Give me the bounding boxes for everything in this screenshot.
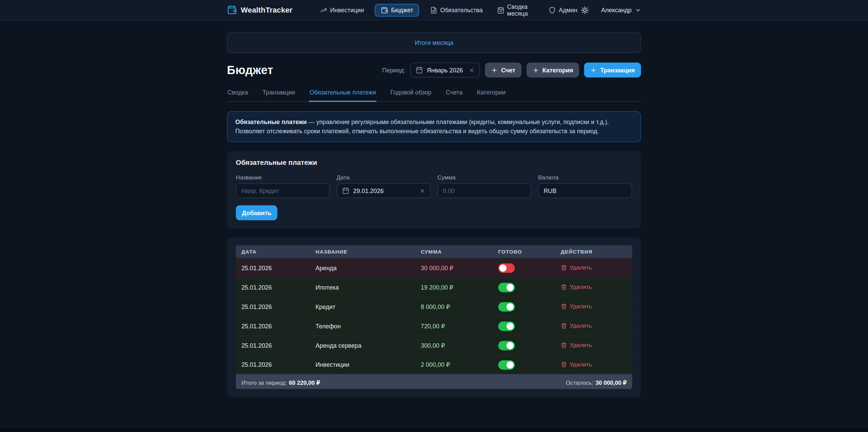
delete-button[interactable]: Удалить — [561, 264, 592, 271]
calendar-check-icon — [497, 6, 504, 14]
payment-date: 25.01.2026 — [236, 284, 310, 291]
nav-item-obligations[interactable]: Обязательства — [427, 4, 486, 16]
delete-button[interactable]: Удалить — [561, 283, 592, 290]
table-row: 25.01.2026 Аренда 30 000,00 ₽ Удалить — [236, 258, 632, 277]
done-toggle[interactable] — [498, 341, 515, 350]
bottom-band — [0, 428, 868, 432]
trash-icon — [561, 264, 567, 271]
tab-accounts[interactable]: Счета — [445, 89, 463, 101]
date-input[interactable]: 29.01.2026 — [337, 183, 431, 198]
period-picker[interactable]: Январь 2026 — [410, 63, 480, 77]
nav-item-admin[interactable]: Админ — [545, 4, 580, 16]
wallet-logo-icon — [227, 5, 237, 15]
date-value: 29.01.2026 — [353, 187, 416, 194]
info-box-title: Обязательные платежи — [235, 118, 307, 125]
delete-label: Удалить — [569, 283, 592, 290]
amount-field-group: Сумма — [437, 174, 531, 198]
chevron-down-icon — [635, 7, 641, 13]
period-label: Период: — [382, 67, 405, 73]
nav-item-label: Админ — [559, 7, 578, 14]
currency-field-label: Валюта — [538, 174, 632, 180]
delete-label: Удалить — [569, 264, 592, 271]
page-title: Бюджет — [227, 63, 273, 76]
name-field-group: Название — [236, 174, 330, 198]
theme-toggle-button[interactable] — [581, 6, 589, 14]
add-account-button[interactable]: Счет — [485, 63, 522, 77]
add-category-button[interactable]: Категория — [526, 63, 579, 77]
month-summary-toggle[interactable]: Итоги месяца — [227, 32, 641, 53]
delete-button[interactable]: Удалить — [561, 322, 592, 329]
tabs: Сводка Транзакции Обязательные платежи Г… — [227, 89, 641, 102]
payment-amount: 300,00 ₽ — [415, 342, 493, 349]
delete-label: Удалить — [569, 322, 592, 329]
delete-button[interactable]: Удалить — [561, 342, 592, 348]
user-name: Александр — [601, 7, 632, 14]
add-payment-button[interactable]: Добавить — [236, 205, 278, 220]
table-row: 25.01.2026 Аренда сервера 300,00 ₽ Удали… — [236, 335, 632, 355]
payments-table-card: ДАТА НАЗВАНИЕ СУММА ГОТОВО ДЕЙСТВИЯ 25.0… — [227, 238, 641, 398]
amount-input[interactable] — [437, 183, 531, 198]
payment-amount: 720,00 ₽ — [415, 323, 493, 330]
delete-label: Удалить — [569, 342, 592, 348]
done-toggle[interactable] — [498, 282, 515, 292]
delete-label: Удалить — [569, 303, 592, 310]
form-grid: Название Дата 29.01.2026 — [236, 174, 632, 198]
user-menu[interactable]: Александр — [601, 7, 641, 14]
nav-item-month-summary[interactable]: Сводка месяца — [494, 1, 538, 19]
page-header: Бюджет Период: Январь 2026 Счет — [227, 63, 641, 77]
delete-button[interactable]: Удалить — [561, 361, 592, 368]
column-header-name: НАЗВАНИЕ — [310, 248, 415, 255]
done-toggle[interactable] — [498, 302, 515, 311]
navbar: WealthTracker Инвестиции Бюджет — [0, 0, 868, 20]
payment-date: 25.01.2026 — [236, 264, 310, 271]
payment-date: 25.01.2026 — [236, 342, 310, 349]
table-footer: Итого за период:60 220,00 ₽ Осталось:30 … — [236, 374, 632, 389]
brand[interactable]: WealthTracker — [227, 5, 293, 15]
calendar-icon — [342, 187, 349, 194]
nav-item-investments[interactable]: Инвестиции — [317, 4, 367, 16]
period-value: Январь 2026 — [427, 67, 463, 73]
date-field-label: Дата — [337, 174, 431, 180]
payment-name: Аренда сервера — [310, 342, 415, 349]
payment-amount: 19 200,00 ₽ — [415, 284, 493, 291]
trash-icon — [561, 284, 567, 290]
add-account-label: Счет — [501, 67, 515, 73]
add-transaction-label: Транзакция — [600, 67, 635, 73]
tab-yearly-overview[interactable]: Годовой обзор — [390, 89, 432, 101]
amount-field-label: Сумма — [437, 174, 531, 180]
payment-date: 25.01.2026 — [236, 323, 310, 329]
currency-input[interactable] — [538, 183, 632, 198]
sun-icon — [581, 6, 589, 14]
trash-icon — [561, 342, 567, 348]
done-toggle[interactable] — [498, 360, 515, 369]
app: WealthTracker Инвестиции Бюджет — [0, 0, 868, 432]
done-toggle[interactable] — [498, 263, 515, 273]
trash-icon — [561, 303, 567, 309]
tab-categories[interactable]: Категории — [476, 89, 506, 101]
clear-period-icon[interactable] — [469, 67, 474, 73]
payment-name: Ипотека — [310, 284, 415, 291]
main-content: Итоги месяца Бюджет Период: Январь 2026 — [227, 32, 641, 397]
wallet-icon — [381, 6, 388, 14]
delete-label: Удалить — [569, 361, 592, 368]
nav-item-budget[interactable]: Бюджет — [375, 4, 419, 16]
table-header-row: ДАТА НАЗВАНИЕ СУММА ГОТОВО ДЕЙСТВИЯ — [236, 245, 632, 258]
tab-mandatory-payments[interactable]: Обязательные платежи — [309, 89, 377, 101]
column-header-actions: ДЕЙСТВИЯ — [555, 248, 632, 255]
form-title: Обязательные платежи — [236, 159, 632, 167]
name-input[interactable] — [236, 183, 330, 198]
tab-summary[interactable]: Сводка — [227, 89, 249, 101]
period-total-value: 60 220,00 ₽ — [289, 379, 320, 386]
table-row: 25.01.2026 Кредит 8 000,00 ₽ Удалить — [236, 297, 632, 316]
plus-icon — [532, 67, 539, 73]
header-controls: Период: Январь 2026 Счет — [382, 63, 641, 77]
payment-name: Телефон — [310, 323, 415, 329]
delete-button[interactable]: Удалить — [561, 303, 592, 310]
trash-icon — [561, 361, 567, 367]
clear-date-icon[interactable] — [420, 188, 425, 193]
done-toggle[interactable] — [498, 321, 515, 331]
tab-transactions[interactable]: Транзакции — [262, 89, 295, 101]
table-row: 25.01.2026 Инвестиции 2 000,00 ₽ Удалить — [236, 355, 632, 374]
add-transaction-button[interactable]: Транзакция — [584, 63, 641, 77]
trash-icon — [561, 323, 567, 329]
